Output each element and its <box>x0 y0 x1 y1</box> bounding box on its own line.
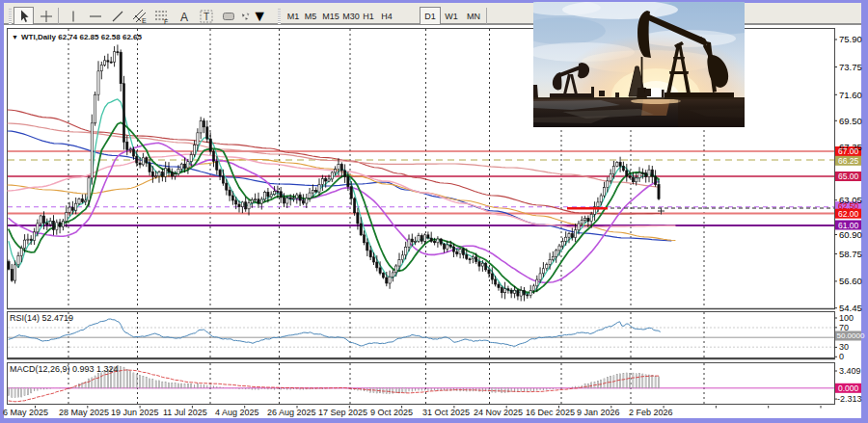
svg-text:4 Aug 2025: 4 Aug 2025 <box>215 408 259 417</box>
svg-text:RSI(14) 52.4719: RSI(14) 52.4719 <box>10 313 73 323</box>
svg-text:66.25: 66.25 <box>838 156 859 166</box>
svg-text:31 Oct 2025: 31 Oct 2025 <box>422 408 470 417</box>
svg-text:▼: ▼ <box>12 34 18 40</box>
svg-text:6 May 2025: 6 May 2025 <box>3 408 48 417</box>
svg-text:3.409: 3.409 <box>839 366 861 376</box>
svg-text:17 Sep 2025: 17 Sep 2025 <box>318 408 367 417</box>
svg-text:MACD(12,26,9) 0.993 1.324: MACD(12,26,9) 0.993 1.324 <box>10 364 119 374</box>
svg-text:61.00: 61.00 <box>838 221 859 230</box>
svg-text:65.00: 65.00 <box>838 172 859 181</box>
svg-text:19 Jun 2025: 19 Jun 2025 <box>111 408 159 417</box>
svg-text:24 Nov 2025: 24 Nov 2025 <box>474 408 523 417</box>
svg-text:11 Jul 2025: 11 Jul 2025 <box>163 408 207 417</box>
svg-text:67.00: 67.00 <box>838 146 859 156</box>
svg-text:0.000: 0.000 <box>838 383 859 393</box>
svg-text:2 Feb 2026: 2 Feb 2026 <box>629 408 673 417</box>
svg-text:28 May 2025: 28 May 2025 <box>59 408 109 417</box>
svg-text:75.90: 75.90 <box>839 34 862 44</box>
svg-text:54.45: 54.45 <box>839 303 862 313</box>
svg-text:16 Dec 2025: 16 Dec 2025 <box>526 408 575 417</box>
svg-text:58.75: 58.75 <box>839 249 862 259</box>
svg-text:71.60: 71.60 <box>839 90 862 100</box>
svg-text:73.75: 73.75 <box>839 62 862 72</box>
svg-text:62.00: 62.00 <box>838 209 859 219</box>
svg-text:WTI,Daily 62.74 62.85 62.58 6: WTI,Daily 62.74 62.85 62.58 62.65 <box>21 33 143 41</box>
svg-text:69.50: 69.50 <box>839 116 862 126</box>
svg-text:26 Aug 2025: 26 Aug 2025 <box>267 408 316 417</box>
svg-text:50.0000: 50.0000 <box>837 331 865 340</box>
svg-text:100: 100 <box>839 313 854 323</box>
svg-text:9 Oct 2025: 9 Oct 2025 <box>370 408 413 417</box>
svg-text:56.60: 56.60 <box>839 276 862 286</box>
svg-text:0: 0 <box>839 352 844 361</box>
svg-text:30: 30 <box>839 342 849 352</box>
svg-text:60.90: 60.90 <box>839 229 862 240</box>
svg-text:-2.313: -2.313 <box>837 394 862 404</box>
svg-text:9 Jan 2026: 9 Jan 2026 <box>577 408 620 417</box>
